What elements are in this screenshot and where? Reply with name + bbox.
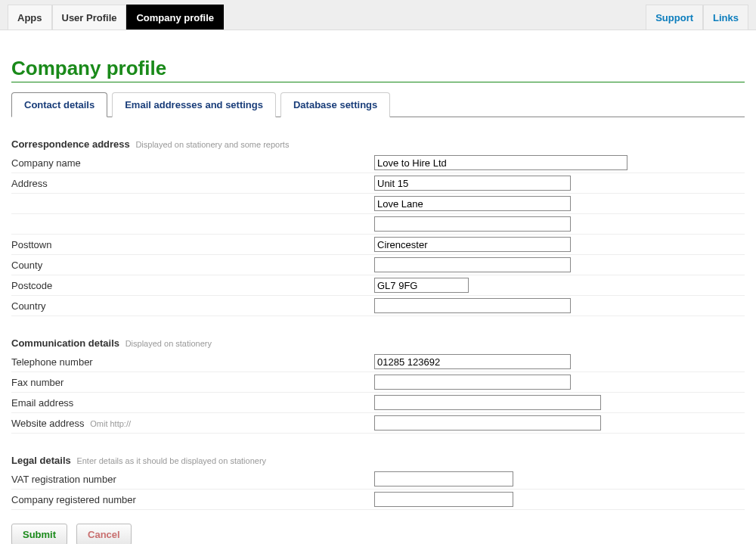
field-row: Address [11,173,745,194]
nav-apps[interactable]: Apps [8,5,52,30]
tab-bar: Contact details Email addresses and sett… [11,92,745,117]
field-row: Posttown [11,235,745,255]
nav-links[interactable]: Links [703,5,748,30]
field-label: Email address [11,397,374,409]
field-label: Posttown [11,239,374,250]
vat-number-input[interactable] [374,471,513,486]
section-title-correspondence: Correspondence address Displayed on stat… [11,138,745,153]
section-title-communication: Communication details Displayed on stati… [11,337,745,352]
nav-user-profile[interactable]: User Profile [52,5,127,30]
field-row [11,214,745,235]
county-input[interactable] [374,257,571,272]
field-hint: Omit http:// [90,419,131,428]
field-label: Fax number [11,377,374,388]
field-label: Company name [11,157,374,169]
field-row: Telephone number [11,352,745,372]
section-correspondence: Correspondence address Displayed on stat… [11,138,745,316]
field-row: Postcode [11,275,745,296]
field-label: Postcode [11,280,374,291]
email-input[interactable] [374,395,601,410]
page-title: Company profile [11,57,745,82]
field-row: Website address Omit http:// [11,413,745,434]
field-row: Company registered number [11,490,745,510]
field-label: Company registered number [11,494,374,505]
field-label: County [11,260,374,271]
field-row [11,194,745,214]
telephone-input[interactable] [374,354,571,369]
address-line1-input[interactable] [374,176,571,191]
address-line3-input[interactable] [374,216,571,232]
nav-support[interactable]: Support [646,5,703,30]
field-label: VAT registration number [11,474,374,485]
submit-button[interactable]: Submit [11,524,67,544]
field-row: VAT registration number [11,469,745,490]
form-buttons: Submit Cancel [11,524,745,544]
tab-email-settings[interactable]: Email addresses and settings [112,92,276,117]
field-row: Company name [11,153,745,173]
address-line2-input[interactable] [374,196,571,211]
section-title-legal: Legal details Enter details as it should… [11,455,745,469]
posttown-input[interactable] [374,237,571,252]
nav-company-profile[interactable]: Company profile [126,5,224,30]
section-hint: Enter details as it should be displayed … [76,456,266,465]
top-navbar-left: Apps User Profile Company profile [8,0,224,30]
company-name-input[interactable] [374,155,627,170]
tab-contact-details[interactable]: Contact details [11,92,107,117]
section-hint: Displayed on stationery and some reports [135,140,289,149]
field-row: Email address [11,393,745,413]
website-input[interactable] [374,415,601,431]
company-number-input[interactable] [374,492,513,507]
top-navbar-right: Support Links [646,0,748,30]
field-row: County [11,255,745,275]
fax-input[interactable] [374,375,571,390]
field-label: Address [11,178,374,189]
postcode-input[interactable] [374,278,469,293]
field-row: Fax number [11,372,745,393]
section-legal: Legal details Enter details as it should… [11,455,745,510]
tab-database-settings[interactable]: Database settings [280,92,390,117]
section-communication: Communication details Displayed on stati… [11,337,745,434]
cancel-button[interactable]: Cancel [76,524,132,544]
field-row: Country [11,296,745,316]
top-navbar: Apps User Profile Company profile Suppor… [0,0,756,30]
field-label: Country [11,300,374,312]
section-hint: Displayed on stationery [125,339,212,348]
country-input[interactable] [374,298,571,313]
field-label: Website address Omit http:// [11,418,374,429]
field-label: Telephone number [11,356,374,368]
